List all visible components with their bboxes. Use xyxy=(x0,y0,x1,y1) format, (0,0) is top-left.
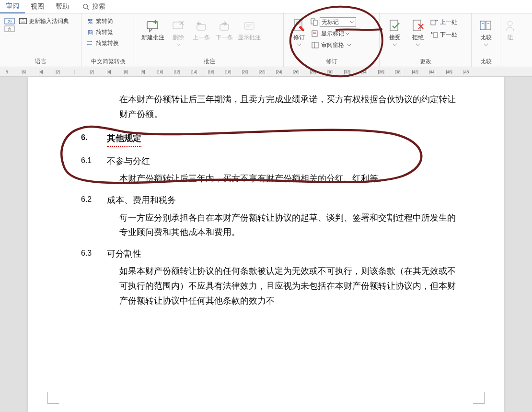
track-changes-button[interactable]: 修订 xyxy=(288,15,311,48)
delete-comment-label: 删除 xyxy=(173,34,184,41)
svg-rect-40 xyxy=(480,21,485,30)
group-language-label: 语言 xyxy=(4,56,77,66)
tab-review[interactable]: 审阅 xyxy=(0,0,25,13)
svg-point-44 xyxy=(508,21,512,26)
to-traditional-button[interactable]: 簡 简转繁 xyxy=(85,27,120,37)
document-page: 在本财产份额转让后三年期满，且卖方完成业绩承诺，买方有权根据合伙协议的约定转让财… xyxy=(28,77,504,412)
reviewing-pane-icon xyxy=(312,42,319,48)
reject-icon xyxy=(412,19,424,33)
ruler-tick: |20| xyxy=(240,70,250,74)
prev-comment-button[interactable]: 上一条 xyxy=(190,15,213,41)
ruler-tick: |2| xyxy=(87,70,97,74)
paragraph: 如果本财产份额转让协议的任何条款被认定为无效或不可执行，则该条款（在其无效或不可… xyxy=(119,264,456,308)
ruler-tick: | xyxy=(70,70,80,74)
convert-icon xyxy=(86,40,94,47)
subsection-number: 6.3 xyxy=(81,247,107,261)
chevron-down-icon xyxy=(484,44,488,46)
group-comments-label: 批注 xyxy=(139,56,279,66)
next-change-icon xyxy=(430,31,438,38)
keyboard-icon xyxy=(19,18,27,24)
group-tracking-label: 修订 xyxy=(288,56,375,66)
ruler-tick: |16| xyxy=(206,70,216,74)
ruler-tick: |6| xyxy=(121,70,131,74)
show-comments-label: 显示批注 xyxy=(238,35,261,41)
subsection-number: 6.2 xyxy=(81,193,107,208)
section-heading: 其他规定 xyxy=(107,131,141,147)
delete-comment-icon xyxy=(172,20,185,32)
next-change-label: 下一处 xyxy=(440,31,457,39)
paragraph: 在本财产份额转让后三年期满，且卖方完成业绩承诺，买方有权根据合伙协议的约定转让财… xyxy=(119,92,456,121)
block-authors-button[interactable]: 阻 xyxy=(504,15,517,41)
reviewing-pane-button[interactable]: 审阅窗格 xyxy=(311,40,356,50)
svg-rect-13 xyxy=(147,22,158,29)
ruler-tick: |34| xyxy=(359,70,369,74)
chevron-down-icon xyxy=(393,44,397,46)
svg-text:言: 言 xyxy=(8,27,12,32)
show-comments-icon xyxy=(243,20,256,32)
accept-label: 接受 xyxy=(389,34,401,41)
search-placeholder: 搜索 xyxy=(92,2,105,11)
svg-rect-32 xyxy=(312,42,318,48)
update-ime-button[interactable]: 更新输入法词典 xyxy=(18,16,70,26)
svg-rect-38 xyxy=(431,20,435,25)
simptrad-convert-button[interactable]: 简繁转换 xyxy=(85,38,120,48)
search-icon xyxy=(82,3,89,10)
horizontal-ruler[interactable]: 8|6||4||2|||2||4||6||8||10||12||14||16||… xyxy=(0,67,532,77)
tab-view[interactable]: 视图 xyxy=(25,0,50,13)
to-simplified-button[interactable]: 繁 繁转简 xyxy=(85,16,120,26)
new-comment-label: 新建批注 xyxy=(141,35,164,41)
ruler-tick: |2| xyxy=(53,70,63,74)
ruler-tick: |38| xyxy=(393,70,403,74)
ruler-tick: |42| xyxy=(410,70,420,74)
compare-button[interactable]: 比较 xyxy=(475,15,496,48)
ruler-tick: |18| xyxy=(223,70,233,74)
ruler-tick: |46| xyxy=(444,70,454,74)
new-comment-button[interactable]: 新建批注 xyxy=(139,15,167,41)
svg-text:가: 가 xyxy=(8,19,12,24)
prev-comment-icon xyxy=(195,20,208,32)
ruler-tick: |10| xyxy=(155,70,165,74)
svg-line-1 xyxy=(87,8,89,10)
search-box[interactable]: 搜索 xyxy=(82,2,105,11)
subsection-title: 不参与分红 xyxy=(107,154,456,169)
markup-display-icon xyxy=(311,18,318,26)
prev-change-button[interactable]: 上一处 xyxy=(429,17,458,27)
ruler-tick: |28| xyxy=(308,70,318,74)
paragraph: 每一方应分别承担各自在本财产份额转让协议的起草、谈判、签署和交割过程中所发生的专… xyxy=(119,211,456,240)
ruler-tick: |26| xyxy=(291,70,301,74)
reject-label: 拒绝 xyxy=(412,34,424,41)
page-margin-corner xyxy=(473,392,485,404)
reject-button[interactable]: 拒绝 xyxy=(406,15,429,48)
next-comment-button[interactable]: 下一条 xyxy=(213,15,236,41)
ruler-tick: |44| xyxy=(428,70,437,74)
track-changes-label: 修订 xyxy=(293,34,305,41)
ruler-tick: |48 xyxy=(462,70,471,74)
language-icon: 가言 xyxy=(4,17,15,33)
ruler-tick: |4| xyxy=(36,70,46,74)
to-simp-label: 繁转简 xyxy=(96,17,113,25)
svg-text:簡: 簡 xyxy=(88,29,93,35)
show-markup-button[interactable]: 显示标记 xyxy=(311,29,356,38)
delete-comment-button[interactable]: 删除 xyxy=(167,15,190,48)
new-comment-icon xyxy=(146,19,160,33)
svg-text:繁: 繁 xyxy=(88,18,93,24)
svg-rect-6 xyxy=(20,19,27,24)
next-change-button[interactable]: 下一处 xyxy=(429,30,458,39)
ruler-tick: |24| xyxy=(274,70,284,74)
ruler-tick: 8 xyxy=(2,70,12,74)
next-comment-label: 下一条 xyxy=(216,35,233,41)
show-markup-label: 显示标记 xyxy=(321,30,344,38)
track-changes-icon xyxy=(292,19,306,33)
subsection-title: 可分割性 xyxy=(107,247,456,261)
paragraph: 本财产份额转让后三年内，买方不享有财产份额相关的分红、红利等。 xyxy=(119,171,456,186)
accept-button[interactable]: 接受 xyxy=(383,15,406,48)
section-number: 6. xyxy=(81,131,107,147)
block-label: 阻 xyxy=(508,35,513,41)
subsection-title: 成本、费用和税务 xyxy=(107,193,456,208)
ruler-tick: |4| xyxy=(104,70,114,74)
chevron-down-icon xyxy=(297,44,301,46)
markup-display-select[interactable]: 无标记 xyxy=(320,17,356,27)
compare-label: 比较 xyxy=(480,34,492,41)
tab-help[interactable]: 帮助 xyxy=(50,0,75,13)
show-comments-button[interactable]: 显示批注 xyxy=(236,15,263,41)
